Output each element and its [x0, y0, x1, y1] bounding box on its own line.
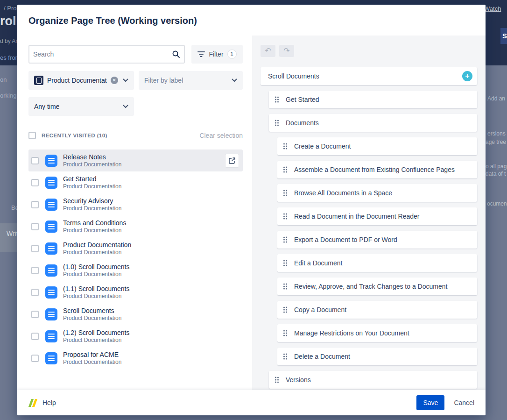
item-checkbox[interactable]: [31, 179, 39, 186]
item-subtitle: Product Documentation: [63, 227, 126, 235]
clear-space-filter-icon[interactable]: ✕: [111, 77, 118, 84]
redo-icon[interactable]: ↷: [279, 45, 294, 57]
cancel-button[interactable]: Cancel: [454, 399, 474, 406]
list-item[interactable]: Product DocumentationProduct Documentati…: [28, 237, 243, 259]
drag-handle-icon[interactable]: [283, 353, 288, 360]
tree-node-label: Export a Document to PDF or Word: [294, 236, 397, 243]
drag-handle-icon[interactable]: [283, 213, 288, 220]
item-checkbox[interactable]: [31, 289, 39, 296]
tree-node[interactable]: Browse All Documents in a Space: [277, 184, 477, 202]
bg-watch-link: Watch: [484, 5, 501, 12]
tree-node[interactable]: Versions: [269, 371, 477, 389]
drag-handle-icon[interactable]: [283, 236, 288, 243]
list-item[interactable]: Proposal for ACMEProduct Documentation: [28, 347, 243, 369]
tree-node[interactable]: Get Started: [269, 91, 477, 108]
tree-node[interactable]: Edit a Document: [277, 254, 477, 272]
space-filter-select[interactable]: Product Documentat ✕: [28, 71, 134, 90]
list-item[interactable]: (1.2) Scroll DocumentsProduct Documentat…: [28, 325, 243, 347]
drag-handle-icon[interactable]: [283, 166, 288, 173]
footer-actions: Save Cancel: [416, 395, 474, 410]
filter-count-badge: 1: [227, 50, 237, 59]
tree-node-label: Versions: [286, 376, 311, 384]
tree-node-label: Create a Document: [294, 142, 351, 150]
bg-tab-2: orking: [0, 92, 16, 99]
label-filter-select[interactable]: Filter by label: [139, 71, 243, 90]
label-filter-placeholder: Filter by label: [144, 77, 183, 84]
recent-list: Release NotesProduct DocumentationGet St…: [28, 149, 243, 369]
tree-node[interactable]: Assemble a Document from Existing Conflu…: [277, 161, 477, 178]
tree-node[interactable]: Documents: [269, 114, 477, 132]
add-page-button[interactable]: +: [462, 71, 472, 81]
list-item[interactable]: (1.1) Scroll DocumentsProduct Documentat…: [28, 281, 243, 303]
history-controls: ↶ ↷: [261, 45, 477, 57]
item-checkbox[interactable]: [31, 157, 39, 164]
drag-handle-icon[interactable]: [275, 119, 279, 127]
filter-button-label: Filter: [209, 50, 223, 58]
item-text: Security AdvisoryProduct Documentation: [63, 197, 121, 213]
search-input[interactable]: [28, 45, 185, 64]
time-filter-value: Any time: [34, 103, 59, 110]
drag-handle-icon[interactable]: [275, 96, 279, 103]
tree-node-label: Copy a Document: [294, 306, 346, 313]
item-text: Scroll DocumentsProduct Documentation: [63, 306, 121, 322]
drag-handle-icon[interactable]: [283, 329, 288, 337]
item-text: (1.0) Scroll DocumentsProduct Documentat…: [63, 263, 129, 278]
tree-node[interactable]: Create a Document: [277, 137, 477, 155]
list-item[interactable]: Scroll DocumentsProduct Documentation: [28, 303, 243, 325]
clear-selection-button[interactable]: Clear selection: [199, 132, 243, 139]
chevron-down-icon: [232, 78, 237, 82]
document-icon: [45, 221, 57, 233]
list-item[interactable]: Security AdvisoryProduct Documentation: [28, 193, 243, 215]
item-checkbox[interactable]: [31, 245, 39, 252]
document-icon: [45, 242, 57, 255]
list-item[interactable]: (1.0) Scroll DocumentsProduct Documentat…: [28, 259, 243, 281]
bg-right-2: ersions: [487, 130, 506, 137]
drag-handle-icon[interactable]: [283, 283, 288, 290]
drag-handle-icon[interactable]: [283, 142, 288, 150]
organize-page-tree-dialog: Organize Page Tree (Working version): [17, 5, 486, 415]
item-checkbox[interactable]: [31, 311, 39, 318]
select-all-checkbox[interactable]: [28, 132, 36, 139]
save-button[interactable]: Save: [416, 395, 444, 410]
tree-node[interactable]: Review, Approve, and Track Changes to a …: [277, 278, 477, 295]
item-text: Terms and ConditionsProduct Documentatio…: [63, 219, 126, 235]
bg-right-5: data of t: [486, 171, 506, 177]
item-title: Release Notes: [63, 153, 121, 161]
item-title: Product Documentation: [63, 241, 131, 249]
tree-node[interactable]: Copy a Document: [277, 301, 477, 319]
search-icon: [172, 50, 180, 60]
item-subtitle: Product Documentation: [63, 183, 121, 191]
time-filter-select[interactable]: Any time: [28, 97, 134, 116]
drag-handle-icon[interactable]: [283, 306, 288, 313]
tree-node-label: Browse All Documents in a Space: [294, 189, 392, 197]
item-subtitle: Product Documentation: [63, 315, 121, 322]
item-checkbox[interactable]: [31, 333, 39, 340]
drag-handle-icon[interactable]: [275, 376, 279, 384]
item-checkbox[interactable]: [31, 267, 39, 274]
bg-right-1: Add an: [487, 95, 505, 102]
dialog-title: Organize Page Tree (Working version): [28, 15, 474, 26]
filters-row: Product Documentat ✕ Filter by label: [28, 71, 243, 90]
list-item[interactable]: Terms and ConditionsProduct Documentatio…: [28, 215, 243, 237]
open-page-button[interactable]: [225, 154, 239, 168]
item-checkbox[interactable]: [31, 223, 39, 230]
list-item[interactable]: Release NotesProduct Documentation: [28, 149, 243, 171]
filter-button[interactable]: Filter 1: [191, 45, 243, 64]
drag-handle-icon[interactable]: [283, 189, 288, 197]
recently-visited-header: RECENTLY VISITED (10) Clear selection: [28, 132, 243, 139]
list-item[interactable]: Get StartedProduct Documentation: [28, 171, 243, 193]
tree-node[interactable]: Read a Document in the Document Reader: [277, 207, 477, 225]
tree-node[interactable]: Delete a Document: [277, 348, 477, 365]
item-subtitle: Product Documentation: [63, 293, 129, 300]
bg-s-button: S: [500, 28, 507, 44]
tree-node[interactable]: Manage Restrictions on Your Document: [277, 324, 477, 342]
document-icon: [45, 199, 57, 211]
item-checkbox[interactable]: [31, 355, 39, 362]
help-button[interactable]: Help: [28, 399, 56, 407]
item-checkbox[interactable]: [31, 201, 39, 208]
tree-node[interactable]: Export a Document to PDF or Word: [277, 231, 477, 249]
tree-node-label: Documents: [286, 119, 319, 127]
bg-tab-1: on: [0, 76, 7, 83]
drag-handle-icon[interactable]: [283, 259, 288, 267]
undo-icon[interactable]: ↶: [261, 45, 275, 57]
